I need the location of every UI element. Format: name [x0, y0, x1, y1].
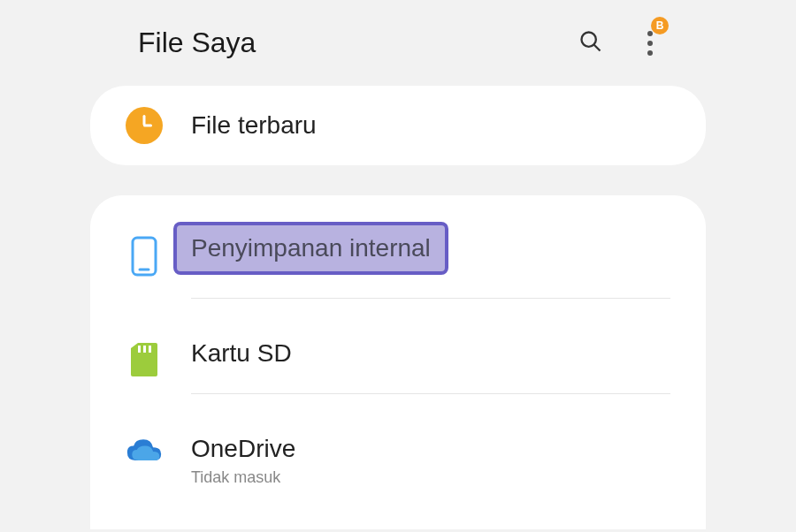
storage-label: OneDrive [191, 433, 670, 465]
storage-item-onedrive[interactable]: OneDrive Tidak masuk [126, 414, 670, 529]
svg-point-0 [582, 32, 596, 46]
svg-rect-5 [143, 346, 146, 353]
notification-badge: B [651, 17, 669, 34]
more-options-button[interactable]: B [639, 27, 662, 59]
clock-icon [126, 107, 163, 144]
storage-list-card: Penyimpanan internal Kartu SD [90, 195, 706, 529]
highlighted-selection: Penyimpanan internal [173, 222, 448, 275]
sd-card-icon [129, 341, 159, 378]
onedrive-icon [126, 437, 163, 465]
storage-item-internal[interactable]: Penyimpanan internal [126, 213, 670, 318]
svg-rect-4 [138, 346, 141, 353]
search-button[interactable] [578, 29, 603, 57]
storage-item-sdcard[interactable]: Kartu SD [126, 318, 670, 413]
app-header: File Saya B [90, 0, 706, 86]
svg-line-1 [594, 44, 601, 50]
storage-label: Kartu SD [191, 338, 670, 369]
page-title: File Saya [138, 27, 561, 59]
recent-files-card[interactable]: File terbaru [90, 86, 706, 165]
storage-label: Penyimpanan internal [191, 232, 431, 264]
search-icon [578, 29, 603, 54]
phone-icon [131, 236, 157, 277]
svg-rect-6 [149, 346, 151, 353]
recent-files-label: File terbaru [191, 111, 317, 140]
storage-sublabel: Tidak masuk [191, 468, 670, 487]
